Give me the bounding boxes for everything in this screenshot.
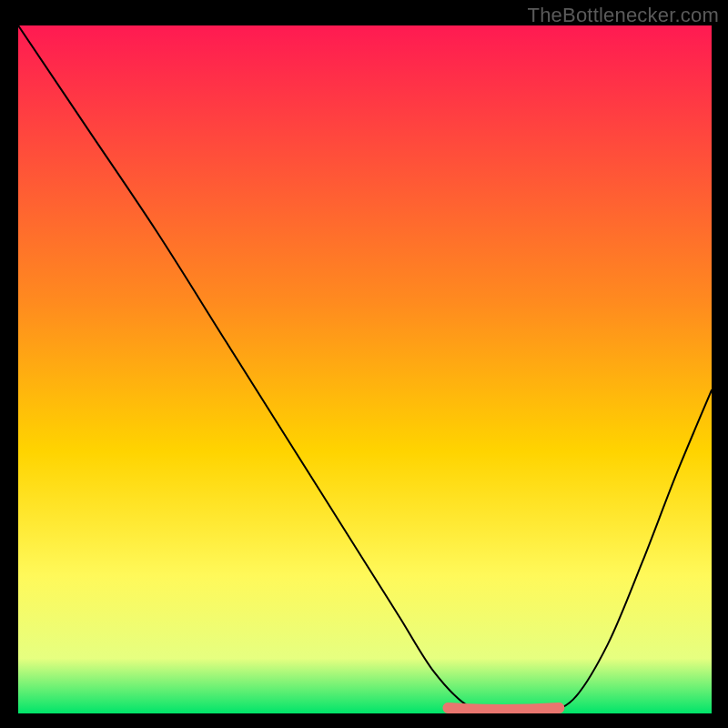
chart-plot-area [18,25,712,713]
watermark-text: TheBottlenecker.com [528,4,719,27]
chart-frame: TheBottlenecker.com [0,0,728,728]
optimal-range-marker [448,708,559,710]
chart-svg [18,25,712,713]
gradient-background [18,25,712,713]
